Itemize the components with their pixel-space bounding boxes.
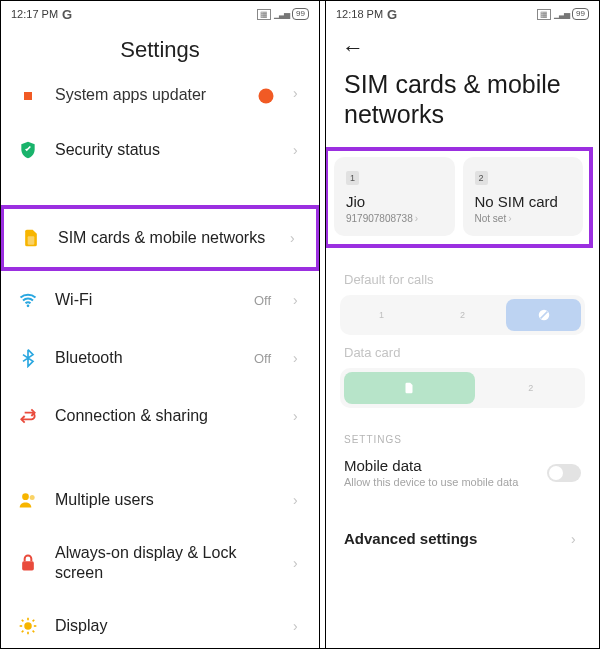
battery-icon: 99 [292, 8, 309, 20]
sim-slot-badge: 1 [346, 171, 359, 185]
svg-point-5 [30, 495, 35, 500]
sim-number: 917907808738› [346, 213, 443, 224]
brightness-icon [17, 615, 39, 637]
sim-name: Jio [346, 193, 443, 210]
chevron-right-icon: › [293, 492, 303, 508]
row-display[interactable]: Display › [1, 597, 319, 648]
sim-icon [20, 227, 42, 249]
default-calls-label: Default for calls [344, 272, 581, 287]
lock-icon [17, 552, 39, 574]
svg-point-4 [22, 493, 29, 500]
svg-rect-2 [28, 236, 35, 244]
row-label: Bluetooth [55, 348, 238, 368]
ask-icon [537, 308, 551, 322]
row-sim-networks[interactable]: SIM cards & mobile networks › [4, 209, 316, 267]
row-label: Multiple users [55, 490, 277, 510]
chevron-right-icon: › [293, 555, 303, 571]
status-bar: 12:18 PM G ▦ ▁▃▅ 99 [326, 1, 599, 23]
battery-icon: 99 [572, 8, 589, 20]
data-card-selector[interactable]: 2 [340, 368, 585, 408]
page-title: SIM cards & mobile networks [326, 65, 599, 147]
row-bluetooth[interactable]: Bluetooth Off › [1, 329, 319, 387]
sim-small-icon [402, 381, 416, 395]
settings-screen: 12:17 PM G ▦ ▁▃▅ 99 Settings System apps… [1, 1, 320, 648]
update-badge-icon [255, 85, 277, 107]
row-label: Display [55, 616, 277, 636]
row-wifi[interactable]: Wi-Fi Off › [1, 271, 319, 329]
highlight-sim-cards: 1 Jio 917907808738› 2 No SIM card Not se… [326, 147, 593, 248]
data-option-2[interactable]: 2 [481, 372, 581, 404]
sim-screen: 12:18 PM G ▦ ▁▃▅ 99 ← SIM cards & mobile… [326, 1, 599, 648]
svg-line-13 [33, 631, 35, 633]
data-option-1[interactable] [344, 372, 475, 404]
calls-option-2[interactable]: 2 [425, 299, 500, 331]
row-security-status[interactable]: Security status › [1, 121, 319, 179]
chevron-right-icon: › [293, 292, 303, 308]
chevron-right-icon: › [571, 531, 581, 547]
chevron-right-icon: › [290, 230, 300, 246]
back-button[interactable]: ← [342, 35, 364, 60]
signal-icon: ▁▃▅ [274, 10, 289, 19]
sim-slot-badge: 2 [475, 171, 488, 185]
svg-rect-0 [24, 92, 32, 100]
row-label: Advanced settings [344, 530, 571, 547]
chevron-right-icon: › [508, 213, 511, 224]
row-label: System apps updater [55, 85, 239, 105]
users-icon [17, 489, 39, 511]
setting-title: Mobile data [344, 457, 537, 474]
svg-line-12 [22, 620, 24, 622]
svg-line-14 [22, 631, 24, 633]
google-badge-icon: G [62, 7, 72, 22]
chevron-right-icon: › [293, 408, 303, 424]
row-system-apps-updater[interactable]: System apps updater › [1, 85, 319, 121]
settings-section-header: SETTINGS [326, 412, 599, 451]
updater-icon [17, 85, 39, 107]
row-mobile-data[interactable]: Mobile data Allow this device to use mob… [326, 451, 599, 506]
signal-icon: ▁▃▅ [554, 10, 569, 19]
shield-icon [17, 139, 39, 161]
svg-point-7 [24, 622, 32, 630]
chevron-right-icon: › [293, 85, 303, 101]
default-calls-selector[interactable]: 1 2 [340, 295, 585, 335]
svg-rect-6 [22, 561, 34, 570]
network-icon: ▦ [537, 9, 551, 20]
google-badge-icon: G [387, 7, 397, 22]
svg-point-3 [27, 305, 30, 308]
row-label: SIM cards & mobile networks [58, 228, 274, 248]
bluetooth-icon [17, 347, 39, 369]
status-time: 12:17 PM [11, 8, 58, 20]
sim-card-2[interactable]: 2 No SIM card Not set› [463, 157, 584, 236]
data-card-label: Data card [344, 345, 581, 360]
calls-option-ask[interactable] [506, 299, 581, 331]
sim-card-1[interactable]: 1 Jio 917907808738› [334, 157, 455, 236]
highlight-sim-row: SIM cards & mobile networks › [1, 205, 320, 271]
status-time: 12:18 PM [336, 8, 383, 20]
chevron-right-icon: › [293, 618, 303, 634]
row-label: Always-on display & Lock screen [55, 543, 277, 583]
calls-option-1[interactable]: 1 [344, 299, 419, 331]
row-aux: Off [254, 293, 271, 308]
row-multiple-users[interactable]: Multiple users › [1, 471, 319, 529]
row-label: Security status [55, 140, 277, 160]
row-aux: Off [254, 351, 271, 366]
network-icon: ▦ [257, 9, 271, 20]
status-bar: 12:17 PM G ▦ ▁▃▅ 99 [1, 1, 319, 23]
row-label: Wi-Fi [55, 290, 238, 310]
share-icon [17, 405, 39, 427]
svg-point-1 [259, 89, 274, 104]
wifi-icon [17, 289, 39, 311]
svg-line-15 [33, 620, 35, 622]
row-aod-lockscreen[interactable]: Always-on display & Lock screen › [1, 529, 319, 597]
chevron-right-icon: › [415, 213, 418, 224]
row-label: Connection & sharing [55, 406, 277, 426]
row-connection-sharing[interactable]: Connection & sharing › [1, 387, 319, 445]
page-title: Settings [1, 23, 319, 85]
row-advanced-settings[interactable]: Advanced settings › [326, 506, 599, 557]
mobile-data-toggle[interactable] [547, 464, 581, 482]
chevron-right-icon: › [293, 142, 303, 158]
setting-subtitle: Allow this device to use mobile data [344, 476, 537, 488]
sim-status: Not set› [475, 213, 572, 224]
chevron-right-icon: › [293, 350, 303, 366]
sim-name: No SIM card [475, 193, 572, 210]
